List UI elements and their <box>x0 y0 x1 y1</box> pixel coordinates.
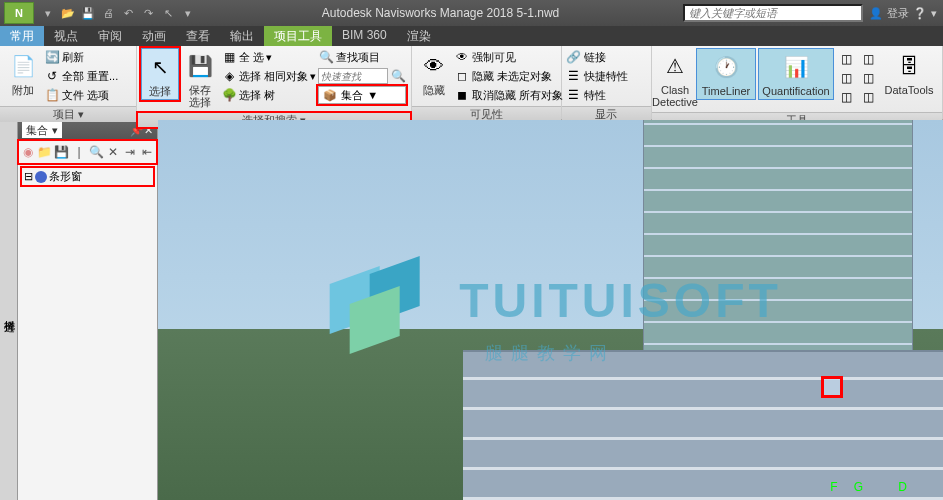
props-icon: ☰ <box>566 87 582 103</box>
refresh-icon: 🔄 <box>44 49 60 65</box>
help-search-input[interactable] <box>683 4 863 22</box>
tool-c-icon: ◫ <box>838 89 854 105</box>
print-icon[interactable]: 🖨 <box>98 3 118 23</box>
save-selection-icon: 💾 <box>184 50 216 82</box>
save-set-icon[interactable]: 💾 <box>54 143 69 161</box>
add-set-icon[interactable]: ◉ <box>20 143 35 161</box>
tool-d[interactable]: ◫ <box>860 50 876 68</box>
redo-icon[interactable]: ↷ <box>138 3 158 23</box>
user-area[interactable]: 👤 登录 ❔ ▾ <box>863 6 943 21</box>
force-visible-button[interactable]: 👁强制可见 <box>454 48 563 66</box>
unhide-all-button[interactable]: ◼取消隐藏 所有对象 <box>454 86 563 104</box>
qat-dropdown[interactable]: ▾ <box>38 3 58 23</box>
folder-icon[interactable]: 📁 <box>37 143 52 161</box>
select-button[interactable]: ↖ 选择 <box>141 48 179 100</box>
select-all-button[interactable]: ▦全 选▾ <box>221 48 316 66</box>
expand-icon[interactable]: ⊟ <box>24 170 33 183</box>
selection-tree-button[interactable]: 🌳选择 树 <box>221 86 316 104</box>
undo-icon[interactable]: ↶ <box>118 3 138 23</box>
unhide-icon: ◼ <box>454 87 470 103</box>
cursor-icon: ↖ <box>144 51 176 83</box>
minimize-icon[interactable]: ▾ <box>931 7 937 20</box>
tree-item-label: 条形窗 <box>49 169 82 184</box>
panel-project: 📄 附加 🔄刷新 ↺全部 重置... 📋文件 选项 项目 ▾ <box>0 46 137 119</box>
tb-search-icon[interactable]: 🔍 <box>89 143 104 161</box>
login-label: 登录 <box>887 6 909 21</box>
highlighted-element[interactable] <box>821 376 843 398</box>
file-options-button[interactable]: 📋文件 选项 <box>44 86 118 104</box>
delete-icon[interactable]: ✕ <box>106 143 121 161</box>
append-button[interactable]: 📄 附加 <box>4 48 42 98</box>
selection-tree-tab[interactable]: 选择树 <box>0 120 18 500</box>
tab-review[interactable]: 审阅 <box>88 26 132 46</box>
tool-e[interactable]: ◫ <box>860 69 876 87</box>
clash-detective-button[interactable]: ⚠ Clash Detective <box>656 48 694 110</box>
podium <box>463 350 943 500</box>
3d-viewport[interactable]: FG D TUITUISOFT 腿腿教学网 <box>158 120 943 500</box>
hide-icon: 👁 <box>418 50 450 82</box>
save-icon[interactable]: 💾 <box>78 3 98 23</box>
visible-icon: 👁 <box>454 49 470 65</box>
tool-b-icon: ◫ <box>838 70 854 86</box>
tool-f-icon: ◫ <box>860 89 876 105</box>
help-icon[interactable]: ❔ <box>913 7 927 20</box>
ribbon: 📄 附加 🔄刷新 ↺全部 重置... 📋文件 选项 项目 ▾ ↖ 选择 💾 保存… <box>0 46 943 120</box>
tool-a[interactable]: ◫ <box>838 50 854 68</box>
reset-icon: ↺ <box>44 68 60 84</box>
tab-bim360[interactable]: BIM 360 <box>332 26 397 46</box>
timeliner-button[interactable]: 🕐 TimeLiner <box>696 48 756 100</box>
find-items-button[interactable]: 🔍查找项目 <box>318 48 406 66</box>
clash-icon: ⚠ <box>659 50 691 82</box>
select-cursor-icon[interactable]: ↖ <box>158 3 178 23</box>
refresh-button[interactable]: 🔄刷新 <box>44 48 118 66</box>
tab-output[interactable]: 输出 <box>220 26 264 46</box>
import-icon[interactable]: ⇥ <box>123 143 138 161</box>
app-icon[interactable]: N <box>4 2 34 24</box>
title-bar: N ▾ 📂 💾 🖨 ↶ ↷ ↖ ▾ Autodesk Navisworks Ma… <box>0 0 943 26</box>
tab-render[interactable]: 渲染 <box>397 26 441 46</box>
open-icon[interactable]: 📂 <box>58 3 78 23</box>
sets-header-dropdown[interactable]: 集合▾ <box>22 122 62 138</box>
tab-home[interactable]: 常用 <box>0 26 44 46</box>
tool-f[interactable]: ◫ <box>860 88 876 106</box>
quick-props-button[interactable]: ☰快捷特性 <box>566 67 628 85</box>
tab-project-tools[interactable]: 项目工具 <box>264 26 332 46</box>
quick-search-input[interactable] <box>318 68 388 84</box>
tool-c[interactable]: ◫ <box>838 88 854 106</box>
sets-panel-header[interactable]: 集合▾ 📌 ✕ <box>18 120 157 140</box>
menubar: 常用 视点 审阅 动画 查看 输出 项目工具 BIM 360 渲染 <box>0 26 943 46</box>
links-button[interactable]: 🔗链接 <box>566 48 628 66</box>
append-icon: 📄 <box>7 50 39 82</box>
properties-button[interactable]: ☰特性 <box>566 86 628 104</box>
select-same-button[interactable]: ◈选择 相同对象▾ <box>221 67 316 85</box>
tab-view[interactable]: 查看 <box>176 26 220 46</box>
tool-a-icon: ◫ <box>838 51 854 67</box>
save-selection-button[interactable]: 💾 保存 选择 <box>181 48 219 110</box>
search-go-icon[interactable]: 🔍 <box>390 68 406 84</box>
tab-animation[interactable]: 动画 <box>132 26 176 46</box>
hide-unselected-button[interactable]: ◻隐藏 未选定对象 <box>454 67 563 85</box>
sets-dropdown[interactable]: 📦集合▼ <box>318 86 406 104</box>
tree-item-strip-window[interactable]: ⊟ 条形窗 <box>22 168 153 185</box>
workspace: 选择树 集合▾ 📌 ✕ ◉ 📁 💾 | 🔍 ✕ ⇥ ⇤ ⊟ 条形窗 <box>0 120 943 500</box>
sets-tree: ⊟ 条形窗 <box>18 164 157 189</box>
tool-b[interactable]: ◫ <box>838 69 854 87</box>
grid-labels: FG D <box>830 480 923 494</box>
qat-more[interactable]: ▾ <box>178 3 198 23</box>
quantification-button[interactable]: 📊 Quantification <box>758 48 834 100</box>
tab-viewpoint[interactable]: 视点 <box>44 26 88 46</box>
link-icon: 🔗 <box>566 49 582 65</box>
datatools-button[interactable]: 🗄 DataTools <box>880 48 938 98</box>
select-all-icon: ▦ <box>221 49 237 65</box>
window-title: Autodesk Navisworks Manage 2018 5-1.nwd <box>198 6 683 20</box>
export-icon[interactable]: ⇤ <box>140 143 155 161</box>
panel-visibility: 👁 隐藏 👁强制可见 ◻隐藏 未选定对象 ◼取消隐藏 所有对象 可见性 <box>412 46 562 119</box>
user-icon: 👤 <box>869 7 883 20</box>
hide-button[interactable]: 👁 隐藏 <box>416 48 452 98</box>
file-options-icon: 📋 <box>44 87 60 103</box>
reset-all-button[interactable]: ↺全部 重置... <box>44 67 118 85</box>
panel-select-search: ↖ 选择 💾 保存 选择 ▦全 选▾ ◈选择 相同对象▾ 🌳选择 树 🔍查找项目… <box>137 46 412 119</box>
panel-project-label[interactable]: 项目 ▾ <box>0 106 136 122</box>
sets-toolbar: ◉ 📁 💾 | 🔍 ✕ ⇥ ⇤ <box>18 140 157 164</box>
datatools-icon: 🗄 <box>893 50 925 82</box>
